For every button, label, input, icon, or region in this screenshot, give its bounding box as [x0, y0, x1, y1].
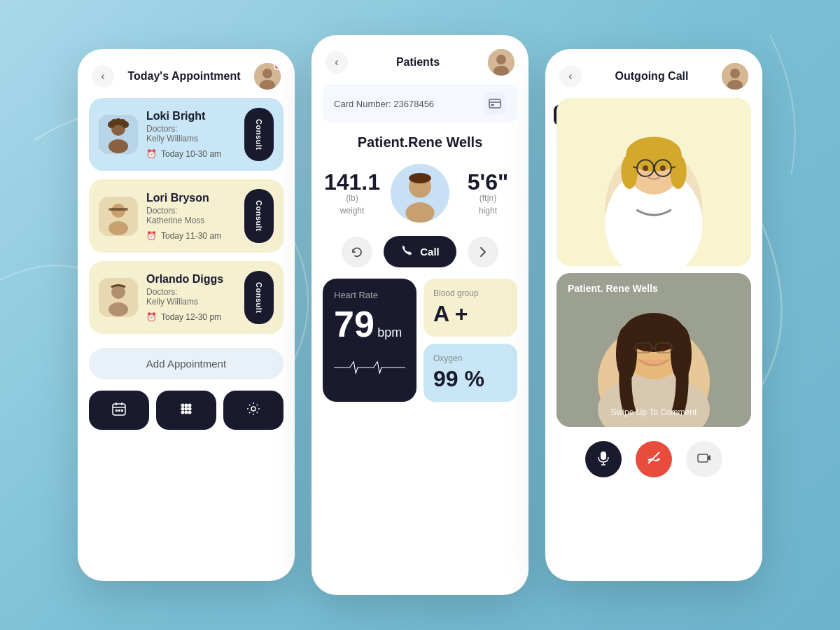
p3-header: ‹ Outgoing Call: [545, 49, 762, 98]
svg-point-13: [108, 221, 128, 235]
swipe-label: Swipe Up To Comment: [611, 407, 697, 417]
appt-avatar-1: [99, 115, 138, 154]
svg-point-9: [111, 119, 118, 126]
svg-point-26: [185, 403, 188, 407]
svg-rect-24: [121, 410, 123, 412]
call-phone-icon: [400, 244, 413, 259]
weight-unit: (lb): [323, 193, 382, 203]
svg-point-1: [262, 69, 272, 78]
call-button[interactable]: Call: [384, 236, 456, 267]
consult-btn-3[interactable]: Consult: [244, 271, 274, 324]
svg-rect-40: [491, 104, 494, 106]
stats-row: 141.1 (lb) weight 5'6" (ft|n) hight: [323, 162, 517, 225]
ecg-line: [334, 354, 405, 384]
height-stat: 5'6" (ft|n) hight: [458, 171, 517, 216]
svg-point-36: [496, 55, 506, 64]
next-button[interactable]: [468, 237, 498, 267]
grid-icon: [178, 401, 194, 420]
p3-back-button[interactable]: ‹: [559, 65, 582, 88]
svg-point-10: [119, 119, 126, 126]
svg-point-54: [670, 154, 687, 189]
appt-name-1: Loki Bright: [146, 110, 236, 122]
svg-point-28: [181, 407, 185, 410]
nav-calendar-button[interactable]: [89, 391, 149, 430]
weight-label: weight: [323, 206, 382, 216]
patient-video: Patient. Rene Wells Swipe Up To Comment: [556, 273, 751, 427]
heart-rate-unit: bpm: [377, 326, 402, 340]
p2-title: Patients: [396, 56, 440, 69]
blood-group-value: A +: [433, 301, 507, 327]
nav-grid-button[interactable]: [156, 391, 216, 430]
nav-settings-button[interactable]: [223, 391, 284, 430]
end-call-button[interactable]: [636, 441, 672, 477]
appt-doctor-1: Doctors: Kelly Williams: [146, 124, 236, 144]
appt-info-3: Orlando Diggs Doctors: Kelly Williams ⏰ …: [146, 273, 236, 322]
blood-group-label: Blood group: [433, 288, 507, 298]
mic-button[interactable]: [585, 441, 622, 477]
blood-group-card: Blood group A +: [424, 279, 517, 337]
heart-rate-value-row: 79 bpm: [334, 306, 405, 342]
height-unit: (ft|n): [458, 193, 517, 203]
svg-rect-23: [118, 410, 120, 412]
consult-btn-1[interactable]: Consult: [244, 108, 274, 161]
svg-rect-38: [489, 99, 500, 108]
appointment-card-1: Loki Bright Doctors: Kelly Williams ⏰ To…: [89, 98, 284, 171]
patient-photo: [388, 162, 451, 225]
svg-point-27: [188, 403, 192, 407]
heart-rate-card: Heart Rate 79 bpm: [323, 279, 416, 402]
svg-rect-75: [601, 451, 606, 460]
appt-name-2: Lori Bryson: [146, 192, 236, 204]
health-grid: Heart Rate 79 bpm Blood group A + Oxygen…: [323, 279, 517, 402]
weight-value: 141.1: [323, 171, 382, 193]
svg-point-33: [188, 410, 192, 414]
appt-time-3: ⏰ Today 12-30 pm: [146, 312, 236, 322]
phone-appointments: ‹ Today's Appointment: [78, 49, 295, 581]
phones-container: ‹ Today's Appointment: [78, 35, 762, 595]
p1-back-button[interactable]: ‹: [92, 65, 114, 88]
svg-point-60: [643, 165, 648, 171]
appt-time-1: ⏰ Today 10-30 am: [146, 149, 236, 159]
height-value: 5'6": [458, 171, 517, 193]
add-appointment-button[interactable]: Add Appointment: [89, 348, 284, 379]
consult-btn-2[interactable]: Consult: [244, 189, 274, 242]
appt-doctor-3: Doctors: Kelly Williams: [146, 287, 236, 307]
oxygen-label: Oxygen: [433, 354, 507, 363]
svg-point-32: [185, 410, 188, 414]
p1-title: Today's Appointment: [127, 70, 240, 83]
svg-point-25: [181, 403, 185, 407]
svg-point-43: [405, 202, 434, 223]
height-label: hight: [458, 206, 517, 216]
p1-header: ‹ Today's Appointment: [78, 49, 295, 98]
svg-rect-22: [115, 410, 118, 412]
svg-point-34: [251, 407, 255, 411]
refresh-button[interactable]: [342, 237, 372, 267]
svg-point-5: [108, 139, 128, 153]
p2-header: ‹ Patients: [312, 35, 528, 84]
svg-point-70: [642, 346, 648, 351]
appt-name-3: Orlando Diggs: [146, 273, 236, 286]
card-number-text: Card Number: 23678456: [334, 99, 434, 109]
appt-info-1: Loki Bright Doctors: Kelly Williams ⏰ To…: [146, 110, 236, 159]
heart-rate-value: 79: [334, 304, 374, 344]
heart-rate-label: Heart Rate: [334, 290, 405, 300]
call-row: Call: [323, 236, 517, 267]
appt-avatar-3: [99, 278, 138, 317]
camera-icon: [696, 450, 712, 469]
appt-time-2: ⏰ Today 11-30 am: [146, 231, 236, 241]
p2-back-button[interactable]: ‹: [326, 51, 348, 74]
camera-button[interactable]: [686, 441, 722, 477]
settings-icon: [246, 401, 261, 420]
appointment-card-2: Lori Bryson Doctors: Katherine Moss ⏰ To…: [89, 179, 284, 252]
card-icon: [484, 92, 506, 115]
phone-call: ‹ Outgoing Call 0:30: [545, 49, 762, 581]
p3-title: Outgoing Call: [615, 70, 689, 83]
appointment-card-3: Orlando Diggs Doctors: Kelly Williams ⏰ …: [89, 261, 284, 334]
oxygen-value: 99 %: [433, 366, 507, 392]
p3-avatar: [722, 63, 748, 90]
svg-rect-14: [108, 208, 128, 211]
patient-name: Patient.Rene Wells: [312, 134, 528, 150]
calendar-icon: [111, 401, 127, 420]
oxygen-card: Oxygen 99 %: [424, 344, 517, 402]
svg-line-78: [648, 452, 659, 463]
card-number-row: Card Number: 23678456: [323, 84, 517, 123]
